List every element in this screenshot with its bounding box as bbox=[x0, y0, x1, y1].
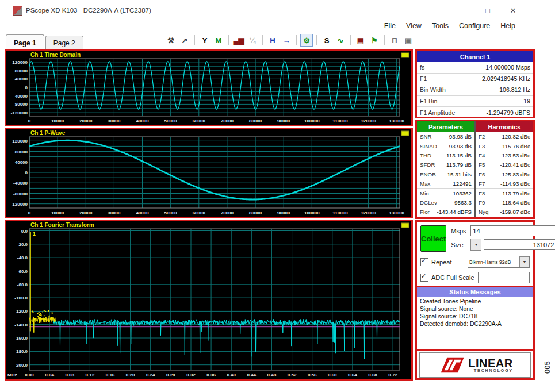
chart-p_wave[interactable]: 0100002000030000400005000060000700008000… bbox=[6, 129, 411, 217]
histogram-icon[interactable]: ▄▆ bbox=[232, 34, 245, 47]
window-dropdown-icon[interactable]: ▼ bbox=[519, 256, 529, 267]
fraction-icon[interactable]: ¼ bbox=[246, 34, 259, 47]
x-tick-label: 120000 bbox=[361, 118, 376, 124]
continuous-collect-icon[interactable]: → bbox=[280, 34, 293, 47]
x-tick-label: 50000 bbox=[164, 118, 178, 124]
repeat-checkbox[interactable] bbox=[420, 258, 428, 266]
size-dropdown-icon[interactable]: ▼ bbox=[470, 239, 481, 251]
channel-row-value: 19 bbox=[523, 98, 530, 105]
menu-tools[interactable]: Tools bbox=[432, 22, 449, 30]
channel-row-value: -1.294799 dBFS bbox=[487, 109, 530, 116]
arrow-tool-icon[interactable]: ↗ bbox=[178, 34, 191, 47]
y-tick-label: -40000 bbox=[13, 94, 28, 99]
noise-floor-path bbox=[53, 319, 400, 359]
harmonic-row: F9-118.64 dBc bbox=[476, 198, 533, 207]
lt-logo-mark bbox=[437, 355, 466, 375]
chart-fourier[interactable]: 0.000.040.080.120.160.200.240.280.320.36… bbox=[6, 221, 411, 379]
tools-icon[interactable]: ⚒ bbox=[164, 34, 177, 47]
parameter-row-value: -103362 bbox=[451, 190, 472, 197]
leakage-dot bbox=[39, 312, 40, 313]
collect-setup-icon[interactable]: Ħ bbox=[266, 34, 279, 47]
x-tick-label: 0.44 bbox=[247, 372, 257, 378]
measure-icon[interactable]: M bbox=[212, 34, 225, 47]
status-message-list: Created Tones PipelineSignal source: Non… bbox=[417, 297, 533, 349]
x-tick-label: 110000 bbox=[332, 210, 348, 216]
x-tick-label: 0.04 bbox=[45, 372, 54, 378]
legend-chip bbox=[401, 53, 409, 57]
legend-chip bbox=[401, 223, 409, 228]
leakage-dot bbox=[48, 310, 49, 312]
collect-button[interactable]: Collect bbox=[420, 225, 446, 252]
x-tick-label: 0 bbox=[28, 118, 31, 124]
harmonic-row: F6-125.83 dBc bbox=[476, 170, 533, 179]
x-tick-label: 40000 bbox=[136, 210, 149, 216]
adc-full-scale-field[interactable] bbox=[478, 272, 530, 283]
toolbar-separator bbox=[296, 35, 297, 45]
menu-help[interactable]: Help bbox=[500, 22, 515, 30]
y-tick-label: -60.0 bbox=[17, 269, 28, 274]
y-tick-label: -80000 bbox=[13, 102, 28, 107]
leakage-dot bbox=[40, 313, 41, 314]
msps-input[interactable] bbox=[470, 225, 555, 236]
channel-row-label: F1 Bin bbox=[420, 98, 437, 105]
plot-title: Ch 1 P-Wave bbox=[30, 130, 66, 136]
adc-full-scale-checkbox[interactable] bbox=[420, 274, 428, 282]
size-value[interactable]: 131072 bbox=[484, 239, 555, 250]
x-axis-unit: MHz bbox=[7, 372, 17, 378]
notes-icon[interactable]: ▤ bbox=[354, 34, 367, 47]
toolbar-separator bbox=[262, 35, 263, 45]
minimize-button-icon[interactable]: – bbox=[458, 6, 467, 15]
x-tick-label: 0.60 bbox=[328, 372, 337, 378]
s-curve-icon[interactable]: S bbox=[320, 34, 333, 47]
harmonic-row: F5-120.41 dBc bbox=[476, 160, 533, 170]
x-tick-label: 60000 bbox=[193, 118, 206, 124]
tab-page-2[interactable]: Page 2 bbox=[45, 36, 83, 49]
window-select[interactable]: Blkmn-Harris 92dB ▼ bbox=[468, 256, 530, 268]
chart-time_domain[interactable]: 0100002000030000400005000060000700008000… bbox=[6, 51, 411, 125]
menu-view[interactable]: View bbox=[406, 22, 422, 30]
toolbar: ⚒↗YM▄▆¼Ħ→⚙S∿▤⚑Π▣ bbox=[164, 33, 415, 48]
harmonic-row-label: Nyq bbox=[479, 209, 488, 215]
flag-icon[interactable]: ⚑ bbox=[368, 34, 381, 47]
logo-line1: LINEAR bbox=[468, 358, 512, 369]
x-tick-label: 0.64 bbox=[348, 372, 357, 378]
y-tick-label: -40000 bbox=[13, 180, 28, 186]
toolbar-separator bbox=[384, 35, 385, 45]
leakage-dot bbox=[40, 318, 41, 320]
figure-number: 005 bbox=[543, 361, 552, 374]
close-button-icon[interactable]: ✕ bbox=[508, 6, 518, 15]
harmonics-table: F2-120.82 dBcF3-115.76 dBcF4-123.53 dBcF… bbox=[476, 132, 533, 217]
collect-status-panel: Collect Msps Size ▼ 131072 Repeat Blkmn-… bbox=[415, 220, 535, 380]
parameter-row: Max122491 bbox=[417, 179, 474, 189]
status-message: Created Tones Pipeline bbox=[420, 298, 530, 305]
channel-table: fs14.000000 MspsF12.029418945 KHzBin Wid… bbox=[417, 62, 533, 118]
x-tick-label: 0 bbox=[28, 210, 31, 216]
y-tick-label: 0 bbox=[25, 85, 28, 90]
pulse-icon[interactable]: Π bbox=[388, 34, 401, 47]
harmonic-row-label: F4 bbox=[479, 152, 485, 159]
fourier-transform-plot-panel: 0.000.040.080.120.160.200.240.280.320.36… bbox=[5, 220, 413, 381]
title-bar: PScope XD K103 - DC2290A-A (LTC2387) –□✕ bbox=[5, 2, 535, 18]
y-tick-label: -20.0 bbox=[17, 242, 28, 247]
harmonic-row-value: -118.64 dBc bbox=[500, 199, 530, 206]
tab-page-1[interactable]: Page 1 bbox=[6, 34, 44, 49]
maximize-button-icon[interactable]: □ bbox=[483, 6, 492, 15]
waveform-icon[interactable]: ∿ bbox=[334, 34, 347, 47]
menu-configure[interactable]: Configure bbox=[459, 22, 490, 30]
y-tick-label: -100.0 bbox=[14, 295, 28, 301]
harmonic-row: F3-115.76 dBc bbox=[476, 141, 533, 151]
menu-file[interactable]: File bbox=[384, 22, 396, 30]
leakage-dot bbox=[40, 315, 41, 316]
leakage-dot bbox=[37, 316, 39, 317]
leakage-dot bbox=[43, 318, 44, 320]
device-tool-icon[interactable]: ⚙ bbox=[300, 34, 313, 47]
x-tick-label: 120000 bbox=[361, 210, 376, 216]
filter-icon[interactable]: Y bbox=[198, 34, 211, 47]
harmonic-row: F2-120.82 dBc bbox=[476, 132, 533, 141]
parameter-row-label: ENOB bbox=[420, 171, 436, 178]
waveform-path bbox=[29, 140, 400, 199]
x-tick-label: 0.00 bbox=[25, 372, 34, 378]
parameter-row-value: -143.44 dBFS bbox=[437, 209, 472, 215]
parameter-row-label: THD bbox=[420, 152, 431, 159]
export-image-icon[interactable]: ▣ bbox=[402, 34, 415, 47]
